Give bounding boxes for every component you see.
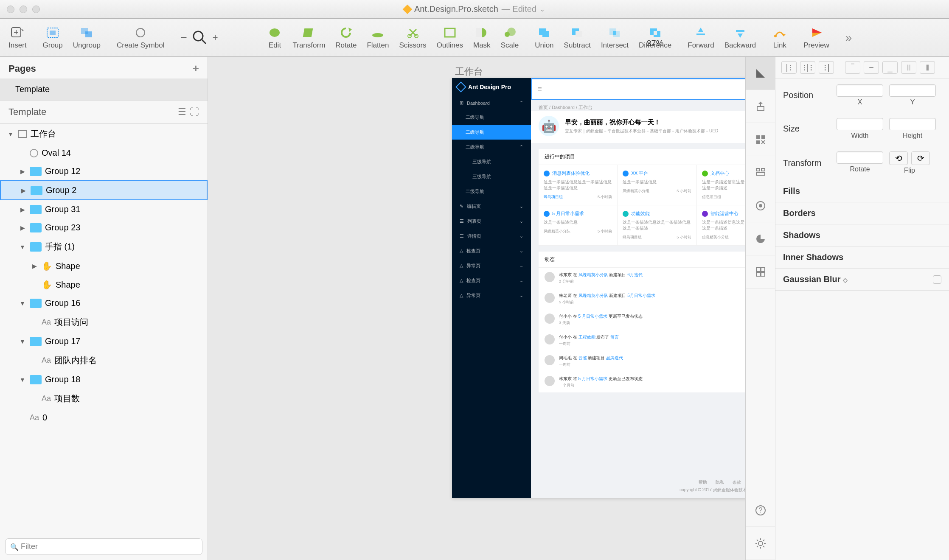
ad-menu-detail[interactable]: ☰ 详情页⌄ [452,229,531,244]
tab-settings[interactable] [746,527,775,560]
ungroup-tool[interactable]: Ungroup [73,26,101,50]
align-buttons: |⫶ ⫶|⫶ ⫶| ‾ − _ ⫴ ⫴ [775,57,949,78]
height-input[interactable] [889,118,936,130]
shadows-section[interactable]: Shadows [775,224,949,246]
page-item[interactable]: Template [0,78,208,100]
rotate-input[interactable] [837,151,883,164]
x-input[interactable] [837,84,883,97]
welcome-avatar: 🤖 [539,116,559,136]
ad-menu-check[interactable]: △ 检查页⌄ [452,244,531,258]
layer-label: Group 18 [45,375,80,384]
group-tool[interactable]: Group [43,26,63,50]
create-symbol-tool[interactable]: Create Symbol [117,26,164,50]
ad-menu-sub[interactable]: 二级导航 [452,184,531,199]
borders-section[interactable]: Borders [775,202,949,224]
svg-marker-52 [756,69,765,78]
tab-export[interactable] [746,90,775,123]
layer-row[interactable]: ✋Shape [0,275,208,294]
list-view-icon[interactable]: ☰ [178,106,186,118]
svg-point-34 [774,35,777,37]
layer-row[interactable]: Aa0 [0,409,208,427]
layer-row[interactable]: ▶Group 23 [0,218,208,237]
tab-symbols[interactable] [746,123,775,156]
svg-rect-6 [85,31,92,37]
ad-menu-sub-active[interactable]: 二级导航 [452,125,531,140]
layer-row[interactable]: ▶Group 31 [0,200,208,218]
align-right[interactable]: ⫶| [819,61,834,74]
project-card[interactable]: XX 平台这是一条描述信息凤蝶精英小分组5 小时前 [618,165,696,205]
artboard-title[interactable]: 工作台 [455,65,483,78]
text-icon: Aa [42,394,51,403]
y-input[interactable] [889,84,936,97]
svg-rect-23 [576,31,582,37]
breadcrumb: 首页 / Dashboard / 工作台 [531,100,745,111]
maximize-dot[interactable] [32,6,40,13]
close-dot[interactable] [7,6,14,13]
tab-colors[interactable] [746,222,775,255]
layer-row[interactable]: Aa项目数 [0,389,208,409]
layer-row[interactable]: ▶✋Shape [0,257,208,275]
layer-label: 项目数 [54,393,80,404]
project-card[interactable]: 智能运营中心这是一条描述信息这是一条描述信息这是一条描述信息精英小分组5 小时前 [697,205,745,246]
distribute-h[interactable]: ⫴ [901,61,916,74]
project-card[interactable]: 功能效能这是一条描述信息这是一条描述信息这是一条描述蜂鸟项目组5 小时前 [618,205,696,246]
project-card[interactable]: 5 月日常小需求这是一条描述信息凤蝶精英小分队5 小时前 [539,205,618,246]
flip-v-button[interactable]: ⟳ [911,151,930,165]
layer-row[interactable]: Aa项目访问 [0,312,208,332]
blur-checkbox[interactable] [933,275,941,284]
ad-menu-dashboard[interactable]: ⊞ Dashboard⌃ [452,96,531,110]
layer-row[interactable]: ▶Group 12 [0,162,208,180]
ad-menu-error[interactable]: △ 异常页⌄ [452,258,531,273]
ad-menu-edit[interactable]: ✎ 编辑页⌄ [452,199,531,214]
tab-grid[interactable] [746,255,775,288]
insert-tool[interactable]: Insert [8,26,27,50]
filter-input[interactable] [5,538,202,555]
expand-icon[interactable]: ⛶ [190,106,199,118]
fills-section[interactable]: Fills [775,180,949,202]
svg-rect-10 [303,28,313,37]
svg-rect-53 [757,106,764,111]
layer-row[interactable]: ▼Group 16 [0,294,208,312]
layer-row[interactable]: ▶Group 2 [0,180,208,200]
layer-row[interactable]: ▼Group 17 [0,332,208,350]
ad-menu-list[interactable]: ☰ 列表页⌄ [452,214,531,229]
canvas[interactable]: 工作台 Ant Design Pro ⊞ Dashboard⌃ 二级导航 二级导… [208,57,745,560]
blur-section[interactable]: Gaussian Blur ◇ [775,269,949,291]
ad-menu-check2[interactable]: △ 检查页⌄ [452,273,531,288]
distribute-v[interactable]: ⫴ [920,61,935,74]
text-icon: Aa [42,356,51,365]
layer-row[interactable]: ▼Group 18 [0,370,208,389]
ad-menu-error2[interactable]: △ 异常页⌄ [452,288,531,303]
align-left[interactable]: |⫶ [781,61,797,74]
layer-row[interactable]: Oval 14 [0,144,208,162]
tab-help[interactable]: ? [746,494,775,527]
tab-layout[interactable] [746,156,775,189]
artboard[interactable]: Ant Design Pro ⊞ Dashboard⌃ 二级导航 二级导航 二级… [452,78,745,498]
align-center-h[interactable]: ⫶|⫶ [800,61,815,74]
ad-menu-sub[interactable]: 二级导航⌃ [452,140,531,154]
layer-row[interactable]: ▼工作台 [0,124,208,144]
activity-card: 动态 林东东 在 凤蝶精英小分队 新建项目 6月迭代2 分钟前朱老师 在 凤蝶精… [539,252,745,392]
ad-menu-sub[interactable]: 三级导航 [452,169,531,184]
chevron-down-icon[interactable]: ⌄ [540,6,545,13]
ad-menu-sub[interactable]: 二级导航 [452,110,531,125]
tab-prototype[interactable] [746,189,775,222]
folder-icon [31,186,42,195]
add-page-button[interactable]: + [193,62,199,75]
layer-row[interactable]: Aa团队内排名 [0,350,208,370]
align-center-v[interactable]: − [864,61,879,74]
ad-menu-sub[interactable]: 三级导航 [452,154,531,169]
minimize-dot[interactable] [20,6,27,13]
activity-item: 付小小 在 5 月日常小需求 更新至已发布状态 3 天前 [539,309,745,330]
project-card[interactable]: 文档中心这是一条描述信息这是一条描述信息这是一条描述信息项目组5 小时前 [697,165,745,205]
layer-row[interactable]: ▼手指 (1) [0,237,208,257]
inner-shadows-section[interactable]: Inner Shadows [775,246,949,269]
tab-style[interactable] [746,57,775,90]
align-top[interactable]: ‾ [845,61,860,74]
width-input[interactable] [837,118,883,130]
project-card[interactable]: 消息列表体验优化这是一条描述信息这是一条描述信息这是一条描述信息蜂鸟项目组5 小… [539,165,618,205]
zoom-controls: − + 37% [180,29,218,46]
menu-toggle-icon[interactable]: ☰ [538,86,542,92]
align-bottom[interactable]: _ [882,61,898,74]
flip-h-button[interactable]: ⟲ [889,151,908,165]
